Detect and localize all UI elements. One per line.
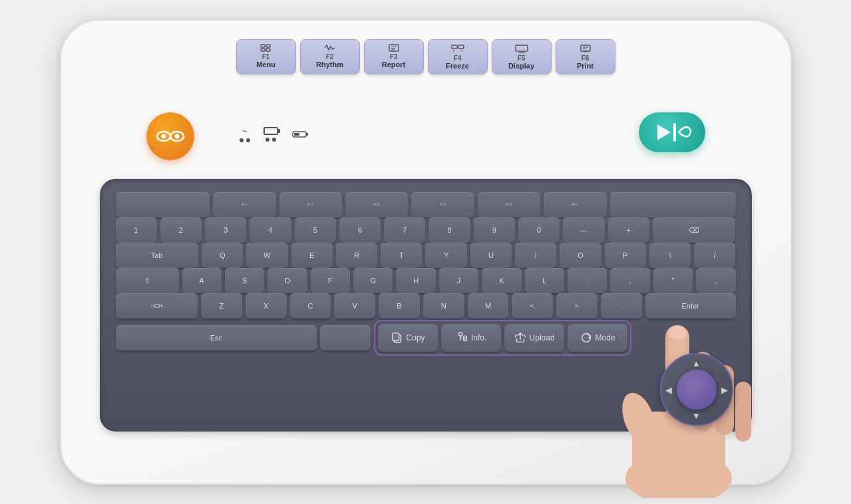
key-i[interactable]: I [515, 243, 556, 268]
key-b[interactable]: B [379, 293, 420, 318]
fn-key-f1[interactable]: F1 Menu [236, 39, 296, 74]
device-body: F1 Menu F2 Rhythm F3 Report [60, 19, 792, 485]
key-g[interactable]: G [353, 268, 393, 293]
key-d[interactable]: D [267, 268, 307, 293]
key-4[interactable]: 4 [250, 217, 291, 243]
fn-key-f3[interactable]: F3 Report [364, 39, 424, 74]
key-c[interactable]: C [290, 293, 331, 318]
key-backspace[interactable]: ⌫ [653, 217, 736, 243]
svg-point-21 [161, 134, 166, 139]
key-h[interactable]: H [396, 268, 435, 293]
svg-rect-27 [306, 133, 308, 136]
key-8[interactable]: 8 [428, 217, 470, 243]
key-info[interactable]: Info. [441, 324, 501, 352]
svg-rect-30 [392, 333, 399, 341]
svg-rect-0 [261, 45, 265, 47]
key-y[interactable]: Y [425, 243, 466, 268]
f2-label: F2 [326, 53, 334, 61]
key-9[interactable]: 9 [474, 217, 515, 243]
key-plus[interactable]: + [608, 217, 649, 243]
key-f3[interactable]: F3 [345, 192, 408, 217]
key-5[interactable]: 5 [295, 217, 336, 243]
key-enter[interactable]: Enter [645, 293, 736, 318]
key-e[interactable]: E [291, 243, 333, 268]
key-empty2[interactable] [610, 192, 736, 217]
key-spacer [320, 325, 371, 350]
key-0[interactable]: 0 [518, 217, 560, 243]
key-slash[interactable]: / [694, 243, 735, 268]
keyboard-zxcv-row: ○CH Z X C V B N M <, >. . Enter [116, 293, 736, 318]
svg-rect-28 [294, 133, 299, 136]
key-f6[interactable]: F6 [544, 192, 606, 217]
nav-left[interactable]: ◀ [665, 385, 672, 395]
key-quote[interactable]: " [653, 268, 693, 293]
key-lt[interactable]: <, [512, 293, 553, 318]
navigation-pad[interactable]: ▲ ▼ ◀ ▶ [660, 353, 733, 426]
key-upload[interactable]: Upload [504, 324, 564, 352]
nav-down[interactable]: ▼ [692, 411, 701, 421]
key-ch[interactable]: ○CH [116, 293, 198, 318]
enter-spacer: Enter [645, 293, 736, 318]
svg-rect-12 [516, 45, 528, 51]
key-comma[interactable]: , [696, 268, 735, 293]
teal-play-button[interactable] [639, 112, 705, 152]
key-a[interactable]: A [182, 268, 222, 293]
nav-center[interactable] [677, 370, 717, 410]
key-shift[interactable]: ⇧ [116, 268, 179, 293]
key-minus[interactable]: — [563, 217, 604, 243]
key-o[interactable]: O [560, 243, 601, 268]
mode-label: Mode [596, 333, 615, 342]
fn-key-f5[interactable]: F5 Display [492, 39, 552, 74]
key-gt[interactable]: >. [556, 293, 597, 318]
key-n[interactable]: N [423, 293, 464, 318]
key-f1[interactable]: F1 [213, 192, 275, 217]
key-l[interactable]: L [525, 268, 564, 293]
nav-right[interactable]: ▶ [721, 385, 728, 395]
keyboard-qwerty-row: Tab Q W E R T Y U I O P \ / [116, 243, 736, 268]
nav-up[interactable]: ▲ [692, 358, 701, 368]
key-q[interactable]: Q [202, 243, 243, 268]
copy-label: Copy [407, 333, 425, 342]
key-f2[interactable]: F2 [279, 192, 342, 217]
f1-name: Menu [256, 61, 275, 68]
status-indicators: ~ [240, 126, 310, 142]
key-f[interactable]: F [311, 268, 350, 293]
fn-key-f4[interactable]: F4 Freeze [428, 39, 488, 74]
key-1[interactable]: 1 [116, 217, 157, 243]
key-w[interactable]: W [246, 243, 287, 268]
fn-key-f6[interactable]: F6 Print [556, 39, 615, 74]
key-6[interactable]: 6 [339, 217, 381, 243]
key-esc[interactable]: Esc [116, 325, 317, 350]
key-f5[interactable]: F5 [478, 192, 540, 217]
key-u[interactable]: U [470, 243, 512, 268]
mode-icon [580, 332, 592, 344]
key-3[interactable]: 3 [205, 217, 246, 243]
key-p[interactable]: P [605, 243, 646, 268]
key-f4[interactable]: F4 [411, 192, 474, 217]
key-k[interactable]: K [482, 268, 521, 293]
key-t[interactable]: T [381, 243, 422, 268]
key-r[interactable]: R [336, 243, 377, 268]
key-backslash[interactable]: \ [649, 243, 691, 268]
f1-label: F1 [262, 53, 270, 61]
key-dot[interactable]: . [601, 293, 642, 318]
f6-label: F6 [582, 55, 590, 62]
fn-key-f2[interactable]: F2 Rhythm [300, 39, 360, 74]
key-copy[interactable]: Copy [378, 324, 438, 352]
key-v[interactable]: V [334, 293, 375, 318]
key-tab[interactable]: Tab [116, 243, 199, 268]
key-x[interactable]: X [246, 293, 287, 318]
orange-power-button[interactable] [146, 112, 194, 160]
key-7[interactable]: 7 [384, 217, 425, 243]
key-colon[interactable]: : [568, 268, 607, 293]
key-s[interactable]: S [225, 268, 264, 293]
key-2[interactable]: 2 [160, 217, 202, 243]
key-semicolon[interactable]: ; [610, 268, 649, 293]
keyboard-special-row: Esc Copy [116, 320, 736, 356]
key-empty[interactable] [116, 192, 210, 217]
key-j[interactable]: J [439, 268, 478, 293]
f4-name: Freeze [446, 62, 469, 70]
key-z[interactable]: Z [201, 293, 242, 318]
key-m[interactable]: M [468, 293, 509, 318]
key-mode[interactable]: Mode [568, 324, 627, 352]
